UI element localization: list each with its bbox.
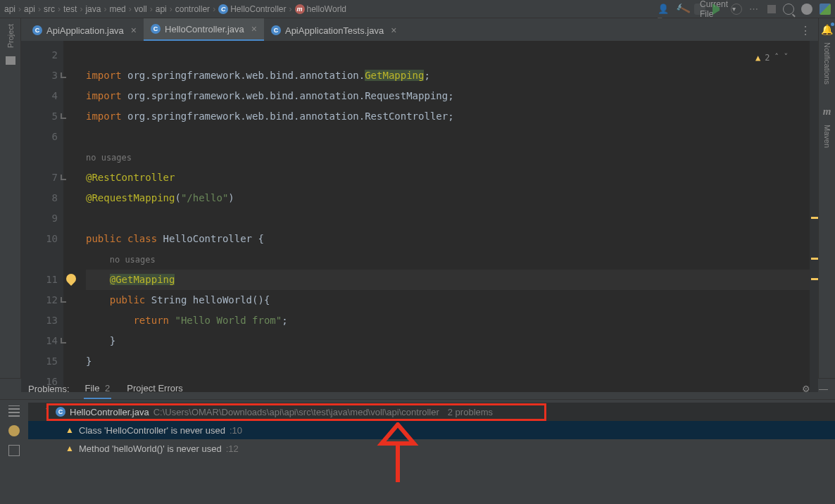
problem-file-path: C:\Users\OMAR\Downloads\api\api\src\test… (153, 407, 439, 417)
breadcrumb-bar: api› api› src› test› java› med› voll› ap… (0, 0, 835, 18)
prev-highlight-icon[interactable]: ˆ (774, 48, 779, 68)
tab-api-application[interactable]: ApiApplication.java × (25, 20, 144, 41)
stop-icon[interactable] (767, 5, 776, 13)
crumb-class[interactable]: HelloController (218, 4, 286, 14)
editor-tabs: ApiApplication.java × HelloController.ja… (21, 18, 818, 41)
hammer-icon[interactable]: 🔨 (674, 1, 689, 16)
problem-item[interactable]: ▲ Class 'HelloController' is never used … (28, 421, 835, 439)
maven-icon: m (823, 106, 831, 118)
panel-icon[interactable] (8, 445, 20, 456)
problem-item[interactable]: ▲ Method 'helloWorld()' is never used :1… (28, 439, 835, 458)
tab-file[interactable]: File 2 (84, 379, 112, 399)
line-gutter: 2 3 4 5 6 7 8 9 10 11 12 13 14 15 16 (21, 41, 63, 392)
class-icon (271, 25, 281, 35)
problems-toolbar (0, 400, 28, 504)
class-icon (218, 4, 228, 14)
run-config-dropdown[interactable]: Current File (694, 4, 705, 15)
crumb[interactable]: med (109, 4, 125, 14)
settings-icon[interactable]: ⚙ (802, 384, 810, 394)
layout-icon[interactable] (8, 405, 20, 417)
crumb[interactable]: api (156, 4, 167, 14)
folder-icon[interactable] (6, 56, 15, 65)
close-icon[interactable]: × (131, 25, 137, 36)
problem-location: :12 (226, 443, 239, 454)
method-icon (295, 4, 305, 14)
code-text[interactable]: ▲ 2 ˆ ˇ import org.springframework.web.b… (63, 41, 810, 392)
run-icon[interactable] (712, 4, 724, 15)
ide-icon (820, 4, 831, 15)
problems-title: Problems: (28, 384, 70, 394)
warning-icon: ▲ (65, 425, 75, 435)
project-tool[interactable]: Project (6, 24, 15, 48)
search-icon[interactable] (783, 4, 794, 15)
crumb[interactable]: voll (134, 4, 147, 14)
left-tool-rail: Project (0, 18, 21, 378)
notifications-icon[interactable]: 🔔 (821, 24, 833, 35)
crumb[interactable]: java (85, 4, 101, 14)
class-icon (32, 25, 42, 35)
next-highlight-icon[interactable]: ˇ (784, 48, 789, 68)
tab-hello-controller[interactable]: HelloController.java × (144, 18, 264, 41)
inlay-hint[interactable]: no usages (86, 153, 132, 163)
tab-label: ApiApplication.java (46, 25, 124, 36)
problem-file-name: HelloController.java (70, 407, 149, 417)
breadcrumb[interactable]: api› api› src› test› java› med› voll› ap… (4, 4, 658, 14)
crumb[interactable]: src (44, 4, 55, 14)
warning-count: 2 (765, 48, 770, 68)
right-tool-rail: 🔔 Notifications m Maven (818, 18, 835, 378)
more-run-icon[interactable]: ⋯ (749, 4, 760, 15)
maven-tool[interactable]: Maven (823, 125, 831, 148)
tab-project-errors[interactable]: Project Errors (125, 379, 184, 399)
problem-message: Method 'helloWorld()' is never used (79, 443, 222, 454)
problem-location: :10 (230, 425, 242, 436)
crumb[interactable]: api (4, 4, 15, 14)
settings-icon[interactable] (801, 4, 812, 15)
notifications-tool[interactable]: Notifications (823, 42, 831, 84)
tab-api-application-tests[interactable]: ApiApplicationTests.java × (264, 20, 403, 41)
tab-label: HelloController.java (165, 24, 244, 34)
warning-icon: ▲ (65, 443, 75, 453)
crumb[interactable]: test (63, 4, 77, 14)
crumb[interactable]: api (24, 4, 35, 14)
crumb[interactable]: controller (175, 4, 210, 14)
tab-menu-icon[interactable]: ⋮ (800, 24, 811, 37)
class-icon (56, 407, 65, 417)
code-editor[interactable]: 2 3 4 5 6 7 8 9 10 11 12 13 14 15 16 (21, 41, 818, 392)
close-icon[interactable]: × (251, 23, 257, 34)
minimize-icon[interactable]: — (819, 384, 828, 394)
crumb-method[interactable]: helloWorld (295, 4, 346, 14)
close-icon[interactable]: × (391, 25, 396, 36)
problem-file-row[interactable]: ˅ HelloController.java C:\Users\OMAR\Dow… (28, 403, 835, 421)
problems-list: ˅ HelloController.java C:\Users\OMAR\Dow… (28, 400, 835, 504)
class-icon (151, 24, 161, 34)
inspection-badges[interactable]: ▲ 2 ˆ ˇ (755, 48, 789, 68)
problem-count: 2 problems (448, 407, 493, 417)
problem-message: Class 'HelloController' is never used (79, 425, 225, 436)
inlay-hint[interactable]: no usages (110, 255, 156, 265)
problems-panel: Problems: File 2 Project Errors ⚙ — ˅ He… (0, 378, 835, 504)
bulb-icon[interactable] (8, 425, 20, 436)
problems-header: Problems: File 2 Project Errors ⚙ — (0, 379, 835, 400)
user-icon[interactable]: 👤▾ (658, 4, 669, 15)
error-stripe[interactable] (810, 41, 818, 392)
debug-icon[interactable] (731, 4, 742, 15)
warning-icon: ▲ (755, 48, 760, 68)
tab-label: ApiApplicationTests.java (285, 25, 384, 36)
